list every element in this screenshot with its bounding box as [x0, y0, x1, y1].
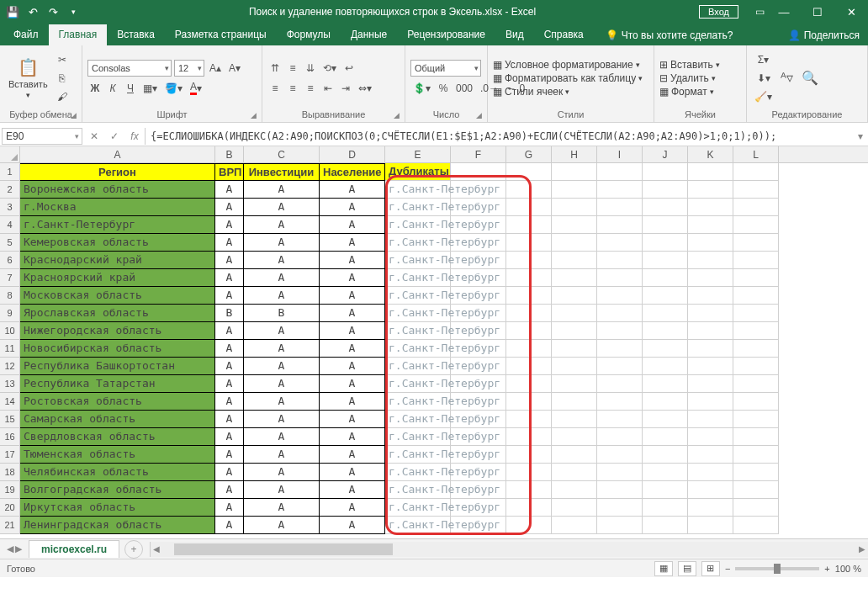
align-middle-icon[interactable]: ≡ — [285, 60, 300, 77]
column-header-L[interactable]: L — [733, 146, 779, 162]
scroll-right-icon[interactable]: ▶ — [856, 544, 868, 554]
table-row[interactable]: Тюменская областьAAAг.Санкт-Петербург — [20, 446, 779, 464]
row-header[interactable]: 11 — [0, 340, 20, 358]
save-icon[interactable]: 💾 — [5, 6, 20, 19]
tab-pagelayout[interactable]: Разметка страницы — [165, 24, 277, 45]
tab-home[interactable]: Главная — [49, 24, 108, 45]
table-row[interactable]: Республика БашкортостанAAAг.Санкт-Петерб… — [20, 358, 779, 375]
select-all-button[interactable] — [0, 146, 20, 162]
font-name-select[interactable]: Consolas — [87, 60, 172, 77]
spreadsheet-grid[interactable]: ABCDEFGHIJKL 123456789101112131415161718… — [0, 146, 868, 538]
table-row[interactable]: Краснодарский крайAAAг.Санкт-Петербург — [20, 252, 779, 269]
percent-icon[interactable]: % — [436, 80, 451, 97]
zoom-out-button[interactable]: − — [725, 564, 730, 574]
tab-review[interactable]: Рецензирование — [397, 24, 495, 45]
cut-icon[interactable]: ✂ — [55, 51, 70, 68]
alignment-launcher-icon[interactable]: ◢ — [394, 111, 400, 119]
align-bottom-icon[interactable]: ⇊ — [303, 60, 318, 77]
column-header-F[interactable]: F — [451, 146, 506, 162]
signin-button[interactable]: Вход — [699, 5, 738, 19]
row-header[interactable]: 3 — [0, 199, 20, 216]
zoom-level[interactable]: 100 % — [835, 564, 861, 574]
row-header[interactable]: 8 — [0, 287, 20, 305]
expand-formula-icon[interactable]: ▾ — [853, 130, 868, 142]
cancel-formula-icon[interactable]: ✕ — [84, 130, 104, 142]
enter-formula-icon[interactable]: ✓ — [104, 130, 124, 142]
column-header-K[interactable]: K — [688, 146, 733, 162]
page-layout-button[interactable]: ▤ — [678, 561, 696, 576]
table-row[interactable]: Воронежская областьAAAг.Санкт-Петербург — [20, 181, 779, 199]
row-header[interactable]: 1 — [0, 163, 20, 181]
font-color-icon[interactable]: A▾ — [188, 80, 204, 97]
tell-me[interactable]: 💡Что вы хотите сделать? — [597, 25, 742, 45]
row-header[interactable]: 16 — [0, 428, 20, 446]
table-row[interactable]: Красноярский крайAAAг.Санкт-Петербург — [20, 269, 779, 287]
row-header[interactable]: 14 — [0, 393, 20, 411]
column-header-E[interactable]: E — [385, 146, 451, 162]
row-header[interactable]: 6 — [0, 252, 20, 269]
scroll-thumb[interactable] — [174, 543, 393, 555]
zoom-slider[interactable] — [735, 567, 819, 570]
table-row[interactable]: Самарская областьAAAг.Санкт-Петербург — [20, 411, 779, 428]
row-header[interactable]: 21 — [0, 517, 20, 534]
row-header[interactable]: 19 — [0, 481, 20, 499]
paste-button[interactable]: 📋Вставить▾ — [5, 56, 51, 101]
undo-icon[interactable]: ↶ — [25, 6, 40, 19]
maximize-button[interactable]: ☐ — [801, 6, 834, 19]
close-button[interactable]: ✕ — [834, 6, 868, 19]
comma-icon[interactable]: 000 — [453, 80, 475, 97]
table-row[interactable]: Новосибирская областьAAAг.Санкт-Петербур… — [20, 340, 779, 358]
wrap-text-icon[interactable]: ↩ — [341, 60, 357, 77]
row-header[interactable]: 7 — [0, 269, 20, 287]
tab-formulas[interactable]: Формулы — [277, 24, 341, 45]
row-header[interactable]: 5 — [0, 234, 20, 252]
row-header[interactable]: 17 — [0, 446, 20, 464]
fill-color-icon[interactable]: 🪣▾ — [162, 80, 185, 97]
format-as-table-button[interactable]: ▦Форматировать как таблицу▾ — [493, 72, 648, 84]
clipboard-launcher-icon[interactable]: ◢ — [71, 111, 77, 119]
font-launcher-icon[interactable]: ◢ — [251, 111, 257, 119]
orientation-icon[interactable]: ⟲▾ — [320, 60, 339, 77]
italic-button[interactable]: К — [105, 80, 120, 97]
column-header-I[interactable]: I — [597, 146, 643, 162]
normal-view-button[interactable]: ▦ — [654, 561, 673, 576]
indent-increase-icon[interactable]: ⇥ — [338, 80, 353, 97]
redo-icon[interactable]: ↷ — [45, 6, 61, 19]
row-header[interactable]: 18 — [0, 464, 20, 481]
table-row[interactable]: Ленинградская областьAAAг.Санкт-Петербур… — [20, 517, 779, 534]
sheet-nav-next-icon[interactable]: ▶ — [15, 543, 22, 554]
borders-icon[interactable]: ▦▾ — [140, 80, 160, 97]
autosum-icon[interactable]: Σ▾ — [752, 51, 775, 68]
format-cells-button[interactable]: ▦Формат▾ — [659, 86, 741, 98]
name-box[interactable]: E90 — [2, 128, 82, 145]
table-row[interactable]: Челябинская областьAAAг.Санкт-Петербург — [20, 464, 779, 481]
cell-styles-button[interactable]: ▦Стили ячеек▾ — [493, 86, 648, 98]
row-header[interactable]: 10 — [0, 322, 20, 340]
table-row[interactable]: Волгоградская областьAAAг.Санкт-Петербур… — [20, 481, 779, 499]
table-row[interactable]: Ростовская областьAAAг.Санкт-Петербург — [20, 393, 779, 411]
align-top-icon[interactable]: ⇈ — [267, 60, 283, 77]
table-row[interactable]: Республика ТатарстанAAAг.Санкт-Петербург — [20, 375, 779, 393]
table-row[interactable]: Иркутская областьAAAг.Санкт-Петербург — [20, 499, 779, 517]
format-painter-icon[interactable]: 🖌 — [55, 88, 70, 105]
page-break-button[interactable]: ⊞ — [701, 561, 720, 576]
table-row[interactable]: г.МоскваAAAг.Санкт-Петербург — [20, 199, 779, 216]
sheet-tab[interactable]: microexcel.ru — [29, 540, 119, 558]
find-select-icon[interactable]: 🔍 — [799, 70, 821, 87]
column-header-G[interactable]: G — [506, 146, 552, 162]
share-button[interactable]: 👤Поделиться — [780, 25, 868, 45]
clear-icon[interactable]: 🧹▾ — [752, 88, 775, 105]
formula-input[interactable]: {=ЕСЛИОШИБКА(ИНДЕКС(A2:A90;ПОИСКПОЗ(0;СЧ… — [146, 130, 853, 142]
row-header[interactable]: 12 — [0, 358, 20, 375]
table-row[interactable]: Кемеровская областьAAAг.Санкт-Петербург — [20, 234, 779, 252]
tab-help[interactable]: Справка — [534, 24, 594, 45]
fx-icon[interactable]: fx — [124, 130, 145, 142]
horizontal-scrollbar[interactable]: ◀ ▶ — [150, 542, 868, 557]
tab-data[interactable]: Данные — [341, 24, 397, 45]
merge-icon[interactable]: ⇔▾ — [356, 80, 374, 97]
column-header-C[interactable]: C — [244, 146, 320, 162]
align-center-icon[interactable]: ≡ — [285, 80, 300, 97]
add-sheet-button[interactable]: + — [124, 540, 143, 559]
table-row[interactable]: Нижегородская областьAAAг.Санкт-Петербур… — [20, 322, 779, 340]
zoom-in-button[interactable]: + — [824, 564, 829, 574]
